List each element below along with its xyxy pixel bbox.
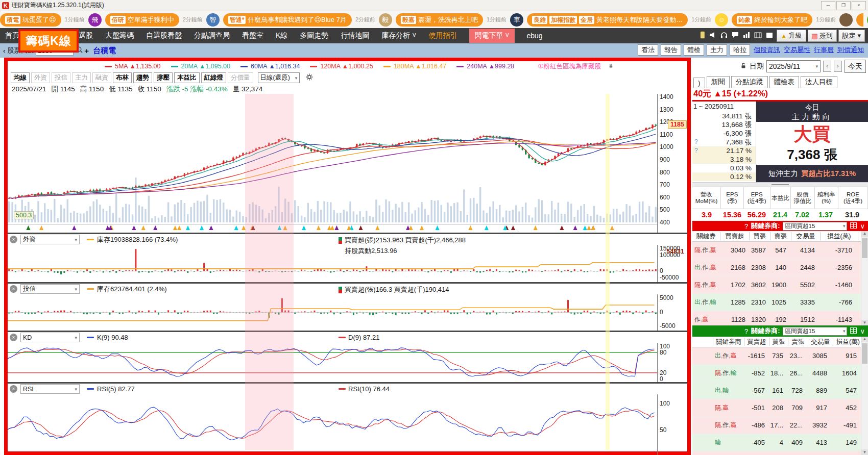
settings-button[interactable]: 設定 ▾ (838, 30, 865, 42)
table-row[interactable]: 輸-4054409413149 (692, 434, 868, 451)
stock-tag-chip[interactable]: 佰研 (110, 16, 126, 24)
nav-item-7[interactable]: 多圖走勢 (300, 31, 328, 40)
interval-select[interactable]: 日線(還原)▾ (258, 72, 300, 83)
side-tool-button-4[interactable]: 哈拉 (730, 44, 750, 56)
speaker-icon[interactable] (709, 32, 716, 40)
chevron-down-icon[interactable]: ∨ (860, 327, 865, 335)
nav-item-11[interactable]: 閃電下單 ˅ (469, 29, 514, 43)
nav-item-10[interactable]: 使用指引 (428, 31, 457, 40)
table-row[interactable]: 隔,作,贏304035875474134-3710 (692, 242, 868, 259)
nav-item-9[interactable]: 庫存分析 ˅ (381, 31, 416, 40)
stock-tag-chip[interactable]: 毅嘉 (401, 16, 416, 24)
today-button[interactable]: 今天 (845, 60, 866, 73)
panel-plot[interactable] (8, 245, 658, 282)
restore-button[interactable]: ❐ (836, 1, 851, 10)
indicator-select[interactable]: KD▾ (20, 333, 80, 342)
stock-tag-chip[interactable]: 金居 (579, 16, 594, 24)
help-icon[interactable]: ? (744, 327, 748, 335)
table-row[interactable]: 隔,作,輸-85218...26...44881604 (692, 365, 868, 382)
nav-item-8[interactable]: 行情地圖 (341, 31, 369, 40)
grid-icon[interactable] (850, 327, 857, 335)
chart-tool-7[interactable]: 撐壓 (154, 72, 173, 83)
side-tool-button-1[interactable]: 報告 (661, 44, 681, 56)
stock-tag-chip[interactable]: 鈊象 (737, 16, 752, 24)
table-row[interactable]: 出,作,贏-161573523...3085915 (692, 347, 868, 365)
close-button[interactable]: × (852, 1, 866, 10)
chat-message-pill[interactable] (856, 13, 863, 27)
chat-message-pill[interactable]: 良維加權指數金居黃老照每天都說隔天要發動… (527, 13, 688, 27)
close-icon[interactable]: × (10, 334, 17, 341)
chart-tool-0[interactable]: 均線 (11, 72, 30, 83)
date-prev-button[interactable]: ‹ (823, 61, 831, 72)
sidebar-tab-3[interactable]: 體檢表 (769, 76, 800, 88)
indicator-panel-KD[interactable]: ×KD▾K(9) 90.48D(9) 87.2110080200 (8, 331, 687, 382)
sidebar-tab-2[interactable]: 分點追蹤 (731, 76, 768, 88)
panel-plot[interactable] (8, 294, 658, 331)
stock-tag-chip[interactable]: 良維 (532, 16, 547, 24)
indicator-select[interactable]: 外資▾ (20, 235, 80, 244)
chat-message-pill[interactable]: 智通*什麼鳥事都讓我遇到了☹Blue 7月 (223, 13, 352, 27)
nav-chouma-kline-active[interactable]: 籌碼K線 (18, 29, 79, 53)
nav-item-6[interactable]: K線 (276, 31, 287, 40)
chart-tool-1[interactable]: 外資 (31, 72, 50, 83)
minimize-button[interactable]: ─ (821, 1, 835, 10)
help-icon[interactable]: ? (694, 138, 698, 146)
phone-icon[interactable] (700, 31, 705, 40)
stock-tag-chip[interactable]: 加權指數 (549, 16, 577, 24)
grid-icon[interactable] (850, 222, 857, 230)
stock-info-link-1[interactable]: 交易屬性 (784, 45, 810, 55)
film-icon[interactable] (754, 32, 762, 40)
chart-tool-8[interactable]: 本益比 (174, 72, 200, 83)
window-icon[interactable] (766, 32, 773, 40)
panel-plot[interactable] (8, 394, 658, 455)
panel-plot[interactable] (8, 343, 658, 382)
candlestick-chart[interactable] (8, 94, 658, 233)
gear-icon[interactable] (305, 73, 314, 83)
table-row[interactable]: 隔,贏-501208709917452 (692, 399, 868, 417)
nav-item-4[interactable]: 分點調查局 (194, 31, 230, 40)
chat-message-pill[interactable]: 積電玩蛋蛋了☹ (0, 13, 61, 27)
indicator-panel-外資[interactable]: ×外資▾庫存19038828.166 (73.4%)買賣超(張)2153.963… (8, 233, 687, 282)
table-row[interactable]: 出,輸-567161728889547 (692, 382, 868, 399)
date-input[interactable]: 2025/9/11▾ (766, 60, 821, 72)
table-row[interactable]: 出,作,輸1285231010253335-766 (692, 294, 868, 311)
scrollbar[interactable]: ▲▼ (861, 231, 868, 325)
main-price-panel[interactable]: 14001300120011001000900800700600500400 1… (8, 94, 687, 233)
sidebar-tab-4[interactable]: 法人目標 (801, 76, 837, 88)
date-next-button[interactable]: › (834, 61, 842, 72)
side-tool-button-0[interactable]: 看法 (638, 44, 658, 56)
indicator-select[interactable]: 投信▾ (20, 284, 80, 294)
help-icon[interactable]: ? (744, 222, 748, 230)
checkin-button[interactable]: ▦簽到 (808, 30, 837, 42)
upgrade-button[interactable]: ▲升級 (777, 30, 806, 42)
buy-range-select[interactable]: 區間買超15▾ (783, 222, 847, 231)
chart-tool-5[interactable]: 布林 (113, 72, 132, 83)
lock-icon[interactable] (740, 62, 747, 71)
table-row[interactable]: 隔,作,贏1702360219005502-1460 (692, 276, 868, 294)
back-icon[interactable]: ‹ (3, 47, 5, 55)
table-row[interactable]: 隔,贏-3442385828208 (692, 451, 868, 455)
chart-tool-6[interactable]: 趨勢 (133, 72, 152, 83)
chevron-down-icon[interactable]: ∨ (860, 222, 865, 230)
nav-item-12[interactable]: ebug (527, 32, 543, 40)
side-tool-button-2[interactable]: 體檢 (684, 44, 704, 56)
scrollbar[interactable]: ▲▼ (861, 337, 868, 455)
chat-message-pill[interactable]: 鈊象終於輪到大象了吧 (732, 13, 812, 27)
sidebar-tab-0[interactable]: ) (693, 78, 705, 88)
nav-item-5[interactable]: 看盤室 (242, 31, 263, 40)
nav-item-0[interactable]: 首頁 (5, 31, 19, 40)
sell-range-select[interactable]: 區間賣超15▾ (783, 327, 847, 336)
chart-tool-9[interactable]: 紅綠燈 (201, 72, 227, 83)
stats-icon[interactable] (743, 32, 750, 40)
close-icon[interactable]: × (10, 285, 17, 293)
chat-message-pill[interactable]: 佰研空單滿手獲利中 (105, 13, 179, 27)
stock-info-link-2[interactable]: 行事曆 (814, 45, 834, 55)
table-row[interactable]: 作,贏112813201921512-1143 (692, 311, 868, 325)
nav-item-2[interactable]: 大盤籌碼 (105, 31, 134, 40)
indicator-panel-RSI[interactable]: ×RSI▾RSI(5) 82.77RSI(10) 76.4410050 (8, 382, 687, 455)
close-icon[interactable]: × (10, 385, 17, 393)
stock-info-link-0[interactable]: 個股資訊 (754, 45, 780, 55)
chart-tool-3[interactable]: 主力 (72, 72, 91, 83)
table-row[interactable]: 出,作,贏216823081402448-2356 (692, 259, 868, 276)
stock-tag-chip[interactable]: 智通* (228, 16, 246, 24)
